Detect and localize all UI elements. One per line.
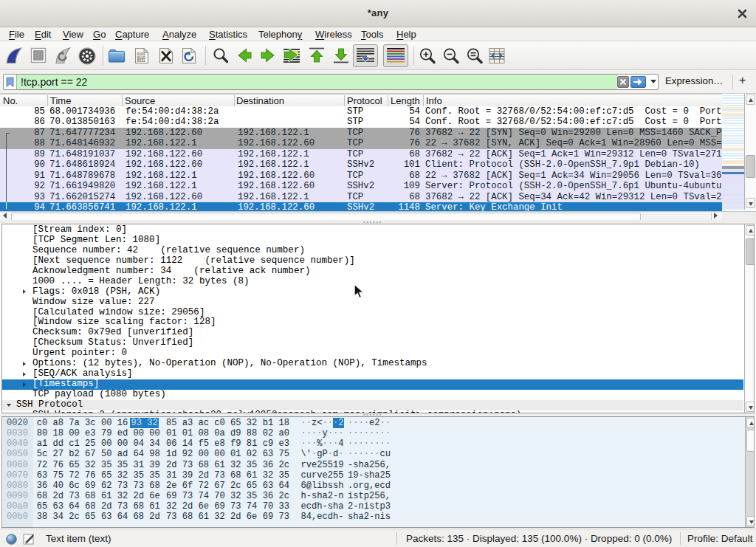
svg-text:0011: 0011 — [137, 59, 145, 63]
